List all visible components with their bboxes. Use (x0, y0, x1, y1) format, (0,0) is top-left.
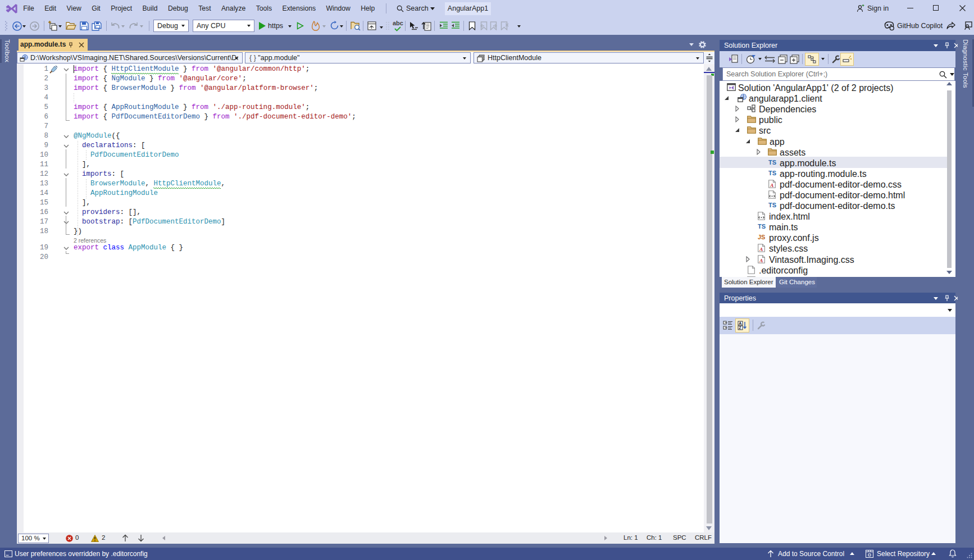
svg-text:A: A (770, 183, 773, 188)
svg-text:A: A (739, 321, 741, 325)
svg-text:A: A (759, 247, 763, 252)
svg-text:Z: Z (739, 326, 741, 330)
svg-text:A: A (759, 258, 763, 263)
